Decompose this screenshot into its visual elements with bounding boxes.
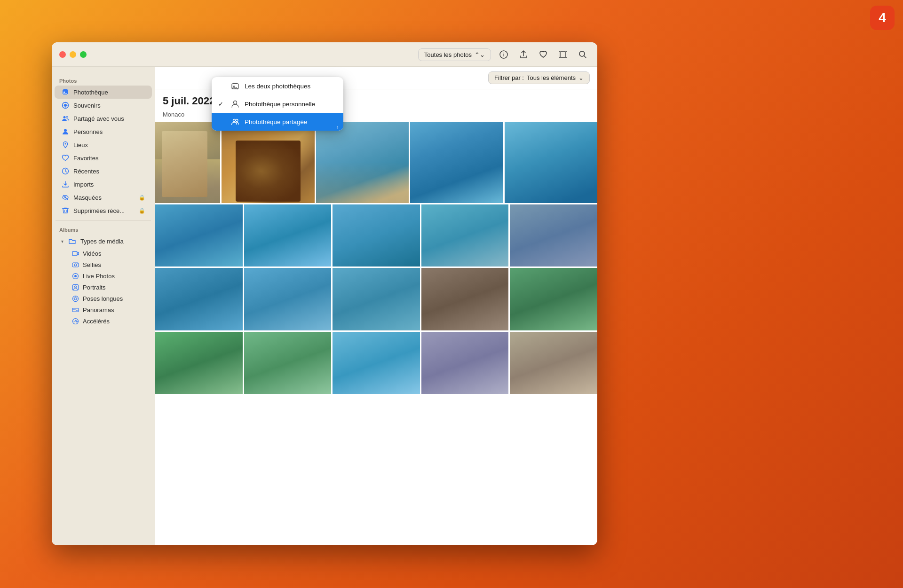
- photo-cell-marina2[interactable]: [244, 204, 332, 267]
- timelapse-icon: [71, 317, 79, 325]
- sidebar-personnes-label: Personnes: [73, 128, 103, 135]
- svg-point-13: [233, 119, 236, 122]
- crop-button[interactable]: [556, 47, 570, 62]
- photo-cell-marina1[interactable]: [155, 204, 243, 267]
- photo-cell-cliff4[interactable]: [421, 268, 509, 330]
- svg-point-37: [77, 263, 78, 264]
- svg-text:i: i: [503, 52, 504, 57]
- sidebar-acceleres-label: Accélérés: [83, 318, 110, 325]
- minimize-button[interactable]: [70, 51, 76, 58]
- disclosure-triangle: ▾: [61, 239, 63, 244]
- sidebar-lieux-label: Lieux: [73, 141, 88, 149]
- photo-cell-harbor2[interactable]: [505, 122, 597, 203]
- photo-cell-aerial1[interactable]: [316, 122, 409, 203]
- sidebar-item-personnes[interactable]: Personnes: [55, 125, 152, 138]
- favorites-icon: [61, 154, 70, 162]
- lock-icon-masquees: 🔒: [139, 195, 145, 201]
- svg-point-12: [234, 101, 237, 104]
- library-selector-label: Toutes les photos: [424, 51, 472, 58]
- photo-cell-green2[interactable]: [155, 332, 243, 394]
- sidebar-selfies-label: Selfies: [83, 261, 101, 268]
- sidebar-partage-label: Partagé avec vous: [73, 115, 124, 122]
- svg-point-27: [65, 143, 66, 145]
- favorite-button[interactable]: [536, 47, 550, 62]
- portrait-icon: [71, 283, 79, 291]
- picker-item-shared-label: Photothèque partagée: [245, 118, 308, 125]
- photo-cell-greenery1[interactable]: [510, 268, 597, 330]
- recent-icon: [61, 167, 70, 175]
- photo-library-icon: [230, 81, 240, 91]
- sidebar-supprimees-label: Supprimées réce...: [73, 207, 125, 214]
- sidebar-item-recentes[interactable]: Récentes: [55, 165, 152, 178]
- sidebar-item-videos[interactable]: Vidéos: [55, 248, 152, 259]
- sidebar-item-bibliotheque[interactable]: Photothèque: [55, 86, 152, 99]
- picker-item-shared[interactable]: Photothèque partagée ↑: [212, 113, 343, 131]
- sidebar-item-portraits[interactable]: Portraits: [55, 282, 152, 293]
- filter-chevron-icon: ⌄: [578, 74, 584, 81]
- sidebar-item-partage[interactable]: Partagé avec vous: [55, 112, 152, 125]
- check-personal: ✓: [218, 101, 226, 108]
- photo-cell-marina5[interactable]: [244, 268, 332, 330]
- photo-area[interactable]: Filtrer par : Tous les éléments ⌄ 5 juil…: [155, 67, 597, 545]
- sidebar-favorites-label: Favorites: [73, 155, 98, 162]
- photo-cell-marina4[interactable]: [155, 268, 243, 330]
- photo-cell-cannon[interactable]: [222, 122, 314, 203]
- svg-point-25: [66, 117, 68, 118]
- library-picker-dropdown[interactable]: Les deux photothèques ✓ Photothèque pers…: [212, 77, 343, 131]
- search-button[interactable]: [576, 47, 590, 62]
- sidebar-item-types-media[interactable]: ▾ Types de média: [55, 235, 152, 248]
- sidebar-item-panoramas[interactable]: Panoramas: [55, 304, 152, 315]
- memories-icon: [61, 101, 70, 110]
- photo-cell-harbor1[interactable]: [410, 122, 503, 203]
- photo-cell-marina3[interactable]: [333, 204, 420, 267]
- info-button[interactable]: i: [497, 47, 511, 62]
- person-icon: [230, 99, 240, 109]
- sidebar-videos-label: Vidéos: [83, 250, 102, 257]
- picker-item-personal[interactable]: ✓ Photothèque personnelle: [212, 95, 343, 113]
- photo-cell-cliff2[interactable]: [510, 204, 597, 267]
- content-area: Photos Photothèque: [52, 67, 597, 545]
- chevron-up-down-icon: ⌃⌄: [475, 51, 485, 58]
- sidebar-item-favorites[interactable]: Favorites: [55, 151, 152, 165]
- photo-cell-arch2[interactable]: [510, 332, 597, 394]
- picker-item-both[interactable]: Les deux photothèques: [212, 77, 343, 95]
- svg-point-39: [74, 275, 77, 277]
- svg-line-8: [584, 56, 586, 58]
- panorama-icon: [71, 306, 79, 314]
- svg-rect-35: [72, 263, 79, 267]
- sidebar-item-lieux[interactable]: Lieux: [55, 138, 152, 151]
- photo-cell-harbor3[interactable]: [333, 332, 420, 394]
- sidebar-item-imports[interactable]: Imports: [55, 178, 152, 191]
- sidebar-item-supprimees[interactable]: Supprimées réce... 🔒: [55, 204, 152, 217]
- svg-point-19: [64, 104, 67, 107]
- traffic-lights: [59, 51, 87, 58]
- sidebar-item-souvenirs[interactable]: Souvenirs: [55, 99, 152, 112]
- toolbar-right: Toutes les photos ⌃⌄ i: [418, 42, 590, 67]
- sidebar-item-selfies[interactable]: Selfies: [55, 259, 152, 270]
- photo-cell-green3[interactable]: [244, 332, 332, 394]
- photo-cell-cliff3[interactable]: [333, 268, 420, 330]
- photo-row-3: [155, 268, 597, 332]
- svg-point-36: [74, 264, 77, 266]
- video-icon: [71, 250, 79, 257]
- hidden-icon: [61, 193, 70, 202]
- sidebar-panoramas-label: Panoramas: [83, 306, 114, 314]
- photo-cell-cliff1[interactable]: [421, 204, 509, 267]
- sidebar-item-masquees[interactable]: Masquées 🔒: [55, 191, 152, 204]
- share-button[interactable]: [516, 47, 531, 62]
- maximize-button[interactable]: [80, 51, 87, 58]
- filter-button[interactable]: Filtrer par : Tous les éléments ⌄: [488, 71, 590, 84]
- library-selector[interactable]: Toutes les photos ⌃⌄: [418, 48, 491, 61]
- photo-cell-arch1[interactable]: [421, 332, 509, 394]
- sidebar-poses-longues-label: Poses longues: [83, 295, 123, 302]
- trash-icon: [61, 206, 70, 215]
- photo-cell-street[interactable]: [155, 122, 220, 203]
- sidebar-item-poses-longues[interactable]: Poses longues: [55, 293, 152, 304]
- sidebar-item-acceleres[interactable]: Accélérés: [55, 315, 152, 327]
- close-button[interactable]: [59, 51, 66, 58]
- sidebar-item-live-photos[interactable]: Live Photos: [55, 270, 152, 282]
- long-exposure-icon: [71, 295, 79, 302]
- svg-point-46: [72, 296, 78, 301]
- live-photo-icon: [71, 272, 79, 280]
- svg-rect-34: [72, 251, 77, 256]
